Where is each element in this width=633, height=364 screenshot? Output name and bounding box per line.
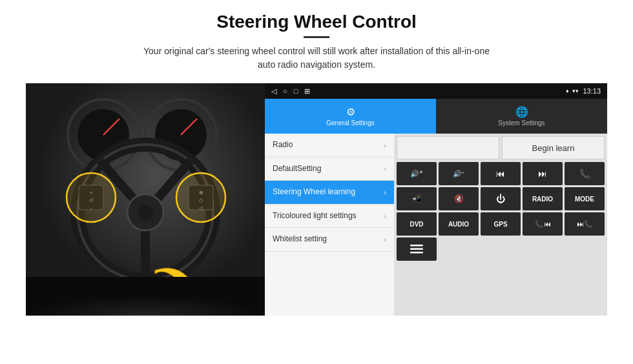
begin-learn-label: Begin learn: [532, 143, 575, 153]
audio-label: AUDIO: [448, 221, 469, 228]
system-settings-icon: 🌐: [515, 106, 528, 118]
page-subtitle: Your original car's steering wheel contr…: [143, 45, 490, 72]
radio-button[interactable]: RADIO: [523, 187, 563, 210]
chevron-right-icon: ›: [384, 165, 386, 172]
ctrl-row-3: DVD AUDIO GPS 📞⏮ ⏭📞: [397, 212, 605, 236]
svg-point-23: [176, 173, 225, 222]
prev-track-button[interactable]: ⏮: [481, 162, 521, 185]
call-button[interactable]: 📞: [565, 162, 605, 185]
tab-system-settings[interactable]: 🌐 System Settings: [436, 99, 607, 134]
general-settings-icon: ⚙: [346, 106, 355, 118]
mode-button[interactable]: MODE: [565, 187, 605, 210]
prev-tel-button[interactable]: ⏭📞: [565, 212, 605, 236]
menu-whitelist-label: Whitelist setting: [273, 234, 384, 245]
menu-item-steering[interactable]: Steering Wheel learning ›: [265, 181, 394, 205]
ctrl-row-2: 📲 🔇 ⏻ RADIO MODE: [397, 187, 605, 210]
title-section: Steering Wheel Control Your original car…: [143, 12, 490, 79]
menu-item-whitelist[interactable]: Whitelist setting ›: [265, 228, 394, 252]
wifi-icon: ▾▾: [572, 88, 579, 94]
vol-up-button[interactable]: 🔊+: [397, 162, 437, 185]
menu-icon-button[interactable]: [397, 238, 437, 261]
mode-label: MODE: [575, 196, 594, 203]
ctrl-row-4: [397, 238, 605, 261]
svg-rect-26: [410, 248, 423, 250]
next-track-button[interactable]: ⏭: [523, 162, 563, 185]
status-left: ◁ ○ □ ⊞: [271, 87, 310, 96]
gps-label: GPS: [493, 221, 507, 228]
gps-button[interactable]: GPS: [481, 212, 521, 236]
menu-item-default[interactable]: DefaultSetting ›: [265, 157, 394, 181]
empty-assignment-box: [397, 136, 499, 159]
vol-down-button[interactable]: 🔊-: [439, 162, 479, 185]
status-right: ♦ ▾▾ 13:13: [566, 87, 601, 95]
clock: 13:13: [583, 87, 601, 95]
controls-area: Begin learn 🔊+ 🔊- ⏮ ⏭: [397, 136, 605, 313]
android-panel: ◁ ○ □ ⊞ ♦ ▾▾ 13:13 ⚙ General Settings: [265, 83, 607, 316]
menu-tricoloured-label: Tricoloured light settings: [273, 211, 384, 221]
tab-bar: ⚙ General Settings 🌐 System Settings: [265, 99, 607, 134]
dvd-label: DVD: [410, 221, 423, 228]
svg-rect-27: [410, 252, 423, 254]
answer-call-button[interactable]: 📲: [397, 187, 437, 210]
audio-button[interactable]: AUDIO: [439, 212, 479, 236]
svg-point-22: [67, 173, 116, 222]
svg-rect-24: [26, 277, 265, 316]
status-bar: ◁ ○ □ ⊞ ♦ ▾▾ 13:13: [265, 83, 607, 99]
page-title: Steering Wheel Control: [143, 12, 490, 32]
top-row: Begin learn: [397, 136, 605, 159]
steering-wheel-background: + ⏎ - ⊕ ◇ ◁: [26, 83, 265, 316]
power-button[interactable]: ⏻: [481, 187, 521, 210]
menu-radio-label: Radio: [273, 140, 384, 150]
menu-item-radio[interactable]: Radio ›: [265, 134, 394, 157]
title-divider: [304, 36, 329, 38]
menu-steering-label: Steering Wheel learning: [273, 187, 384, 197]
svg-point-13: [138, 205, 153, 220]
radio-label: RADIO: [532, 196, 553, 203]
menu-item-tricoloured[interactable]: Tricoloured light settings ›: [265, 205, 394, 228]
mute-button[interactable]: 🔇: [439, 187, 479, 210]
svg-rect-25: [410, 245, 423, 247]
begin-learn-button[interactable]: Begin learn: [502, 136, 605, 159]
dvd-button[interactable]: DVD: [397, 212, 437, 236]
content-row: + ⏎ - ⊕ ◇ ◁: [26, 83, 607, 316]
page-container: Steering Wheel Control Your original car…: [0, 0, 633, 364]
menu-nav-icon[interactable]: ⊞: [304, 87, 310, 96]
menu-list: Radio › DefaultSetting › Steering Wheel …: [265, 134, 394, 316]
hamburger-icon: [410, 243, 423, 256]
steering-wheel-panel: + ⏎ - ⊕ ◇ ◁: [26, 83, 265, 316]
chevron-right-icon: ›: [384, 141, 386, 149]
back-nav-icon[interactable]: ◁: [271, 87, 276, 96]
location-icon: ♦: [566, 88, 569, 94]
menu-default-label: DefaultSetting: [273, 164, 384, 174]
chevron-right-icon: ›: [384, 236, 386, 243]
ctrl-row-1: 🔊+ 🔊- ⏮ ⏭ 📞: [397, 162, 605, 185]
home-nav-icon[interactable]: ○: [283, 87, 287, 95]
tab-general-label: General Settings: [326, 119, 375, 126]
steering-wheel-svg: + ⏎ - ⊕ ◇ ◁: [26, 83, 265, 316]
tel-prev-button[interactable]: 📞⏮: [523, 212, 563, 236]
chevron-right-icon: ›: [384, 212, 386, 220]
tab-general-settings[interactable]: ⚙ General Settings: [265, 99, 436, 134]
tab-system-label: System Settings: [498, 119, 545, 126]
chevron-right-icon: ›: [384, 188, 386, 196]
recent-nav-icon[interactable]: □: [294, 87, 298, 95]
main-content: Radio › DefaultSetting › Steering Wheel …: [265, 134, 607, 316]
controls-panel: Begin learn 🔊+ 🔊- ⏮ ⏭: [394, 134, 607, 316]
